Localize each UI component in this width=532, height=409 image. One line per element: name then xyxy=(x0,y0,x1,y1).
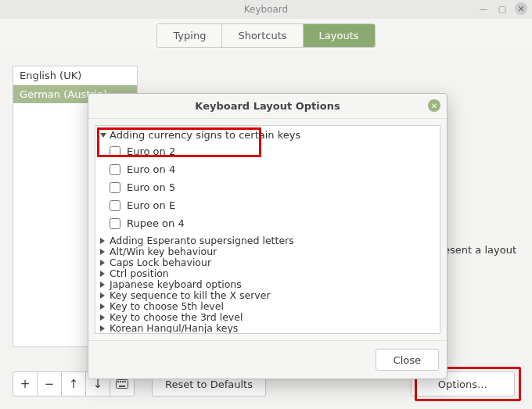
layout-item-english[interactable]: English (UK) xyxy=(13,66,137,85)
chevron-right-icon xyxy=(100,238,105,244)
group-caps-lock[interactable]: Caps Lock behaviour xyxy=(95,257,440,268)
option-euro-on-2[interactable]: Euro on 2 xyxy=(95,142,440,160)
svg-rect-2 xyxy=(120,381,121,382)
chevron-right-icon xyxy=(100,325,105,332)
group-3rd-level[interactable]: Key to choose the 3rd level xyxy=(95,312,440,323)
checkbox-euro-on-5[interactable] xyxy=(110,182,120,193)
checkbox-euro-on-e[interactable] xyxy=(110,200,120,211)
window-titlebar: Keyboard — ▢ ✕ xyxy=(0,0,532,19)
keyboard-layout-options-dialog: Keyboard Layout Options ✕ Adding currenc… xyxy=(88,93,448,379)
group-kill-x[interactable]: Key sequence to kill the X server xyxy=(95,290,440,301)
group-japanese[interactable]: Japanese keyboard options xyxy=(95,279,440,290)
tab-shortcuts[interactable]: Shortcuts xyxy=(222,24,303,47)
svg-rect-3 xyxy=(122,381,124,382)
dialog-footer: Close xyxy=(88,340,447,379)
chevron-down-icon xyxy=(100,133,106,138)
chevron-right-icon xyxy=(100,260,105,266)
chevron-right-icon xyxy=(100,282,105,288)
dialog-close-button[interactable]: Close xyxy=(376,349,439,371)
chevron-right-icon xyxy=(100,314,105,321)
tab-typing[interactable]: Typing xyxy=(157,24,222,47)
window-title: Keyboard xyxy=(244,4,288,15)
group-5th-level[interactable]: Key to choose 5th level xyxy=(95,301,440,312)
group-alt-win[interactable]: Alt/Win key behaviour xyxy=(95,246,440,257)
tab-layouts[interactable]: Layouts xyxy=(304,24,375,47)
option-euro-on-5[interactable]: Euro on 5 xyxy=(95,178,440,196)
option-euro-on-e[interactable]: Euro on E xyxy=(95,196,440,214)
checkbox-euro-on-4[interactable] xyxy=(110,164,120,175)
maximize-icon[interactable]: ▢ xyxy=(496,2,509,15)
checkbox-euro-on-2[interactable] xyxy=(110,146,120,157)
dialog-title: Keyboard Layout Options ✕ xyxy=(88,94,447,119)
chevron-right-icon xyxy=(100,249,105,255)
group-currency-label: Adding currency signs to certain keys xyxy=(110,129,300,141)
move-up-button[interactable]: ↑ xyxy=(61,371,86,396)
chevron-right-icon xyxy=(100,303,105,310)
chevron-right-icon xyxy=(100,292,105,299)
group-currency-signs[interactable]: Adding currency signs to certain keys xyxy=(95,127,440,142)
group-esperanto[interactable]: Adding Esperanto supersigned letters xyxy=(95,235,440,246)
remove-layout-button[interactable]: − xyxy=(37,371,62,396)
main-content: English (UK) German (Austria) epresent a… xyxy=(0,50,532,409)
option-euro-on-4[interactable]: Euro on 4 xyxy=(95,160,440,178)
group-ctrl-position[interactable]: Ctrl position xyxy=(95,268,440,279)
option-rupee-on-4[interactable]: Rupee on 4 xyxy=(95,214,440,232)
svg-rect-1 xyxy=(117,381,119,382)
dialog-close-icon[interactable]: ✕ xyxy=(428,99,440,112)
dialog-body: Adding currency signs to certain keys Eu… xyxy=(95,125,440,334)
chevron-right-icon xyxy=(100,271,105,277)
close-icon[interactable]: ✕ xyxy=(515,2,527,15)
add-layout-button[interactable]: + xyxy=(13,371,38,396)
checkbox-rupee-on-4[interactable] xyxy=(110,218,120,229)
svg-rect-4 xyxy=(124,381,126,382)
dialog-title-text: Keyboard Layout Options xyxy=(195,100,340,112)
group-korean[interactable]: Korean Hangul/Hanja keys xyxy=(95,323,440,334)
minimize-icon[interactable]: — xyxy=(477,2,490,15)
svg-rect-5 xyxy=(119,386,125,387)
